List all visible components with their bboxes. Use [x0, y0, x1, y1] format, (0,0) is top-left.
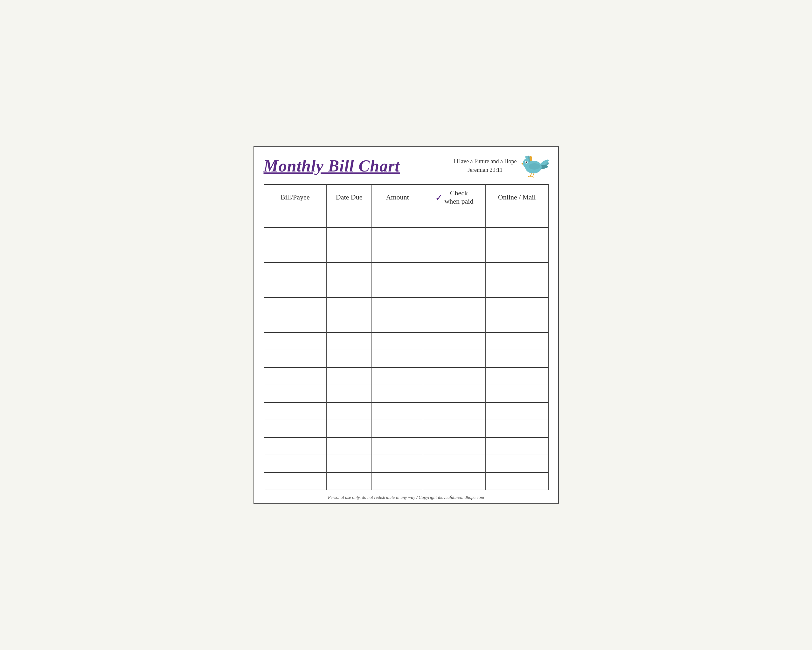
table-row [264, 210, 548, 228]
svg-line-12 [530, 173, 532, 176]
col-header-online: Online / Mail [486, 185, 548, 210]
table-cell [264, 315, 327, 332]
table-cell [423, 332, 486, 350]
bird-icon [520, 153, 549, 179]
table-cell [372, 228, 423, 245]
table-cell [264, 263, 327, 280]
bill-chart-table: Bill/Payee Date Due Amount ✓ Check w [264, 184, 549, 490]
table-cell [264, 332, 327, 350]
table-cell [423, 315, 486, 332]
table-cell [326, 385, 372, 402]
table-cell [372, 245, 423, 263]
table-row [264, 280, 548, 297]
table-cell [372, 315, 423, 332]
table-cell [326, 332, 372, 350]
col-header-bill: Bill/Payee [264, 185, 327, 210]
table-cell [326, 455, 372, 473]
svg-line-17 [533, 176, 533, 177]
table-cell [486, 385, 548, 402]
table-cell [372, 263, 423, 280]
table-cell [423, 280, 486, 297]
table-row [264, 402, 548, 420]
table-row [264, 315, 548, 332]
table-cell [423, 385, 486, 402]
header: Monthly Bill Chart I Have a Future and a… [264, 153, 549, 179]
table-cell [264, 473, 327, 490]
table-row [264, 473, 548, 490]
table-cell [264, 437, 327, 455]
table-cell [264, 245, 327, 263]
table-cell [264, 350, 327, 367]
table-cell [423, 263, 486, 280]
footer-text: Personal use only, do not redistribute i… [264, 493, 549, 500]
col-header-check: ✓ Check when paid [423, 185, 486, 210]
table-cell [486, 437, 548, 455]
svg-line-13 [533, 173, 534, 176]
table-cell [326, 245, 372, 263]
table-cell [486, 473, 548, 490]
table-cell [326, 350, 372, 367]
table-cell [486, 332, 548, 350]
table-row [264, 437, 548, 455]
table-cell [372, 437, 423, 455]
table-cell [486, 297, 548, 315]
table-row [264, 367, 548, 385]
table-cell [372, 455, 423, 473]
table-row [264, 332, 548, 350]
table-cell [326, 420, 372, 437]
table-cell [326, 315, 372, 332]
table-cell [326, 228, 372, 245]
table-row [264, 297, 548, 315]
table-cell [486, 402, 548, 420]
table-cell [423, 367, 486, 385]
table-cell [486, 263, 548, 280]
table-cell [326, 263, 372, 280]
table-cell [326, 297, 372, 315]
table-cell [326, 210, 372, 228]
table-cell [264, 297, 327, 315]
table-cell [423, 455, 486, 473]
page-container: Monthly Bill Chart I Have a Future and a… [253, 146, 559, 504]
table-row [264, 228, 548, 245]
table-cell [486, 420, 548, 437]
table-cell [486, 210, 548, 228]
table-cell [264, 385, 327, 402]
table-cell [372, 402, 423, 420]
table-cell [372, 420, 423, 437]
table-row [264, 245, 548, 263]
table-row [264, 263, 548, 280]
table-cell [372, 332, 423, 350]
header-right: I Have a Future and a Hope Jeremiah 29:1… [453, 153, 549, 179]
table-cell [264, 280, 327, 297]
table-cell [486, 350, 548, 367]
table-cell [423, 210, 486, 228]
table-cell [326, 402, 372, 420]
table-cell [423, 245, 486, 263]
table-cell [264, 420, 327, 437]
table-cell [372, 385, 423, 402]
table-cell [372, 297, 423, 315]
svg-line-16 [531, 176, 533, 177]
svg-marker-7 [521, 163, 523, 165]
table-cell [372, 350, 423, 367]
svg-point-8 [529, 163, 540, 170]
table-cell [326, 280, 372, 297]
svg-line-15 [530, 176, 531, 177]
table-cell [326, 367, 372, 385]
svg-point-6 [525, 162, 527, 163]
table-cell [423, 402, 486, 420]
table-row [264, 455, 548, 473]
table-cell [423, 228, 486, 245]
table-cell [486, 315, 548, 332]
scripture-text: I Have a Future and a Hope Jeremiah 29:1… [453, 157, 517, 174]
table-row [264, 350, 548, 367]
table-cell [423, 437, 486, 455]
table-cell [423, 420, 486, 437]
page-title: Monthly Bill Chart [264, 156, 400, 175]
table-cell [326, 473, 372, 490]
table-cell [486, 280, 548, 297]
table-cell [423, 350, 486, 367]
table-cell [264, 228, 327, 245]
table-cell [423, 297, 486, 315]
checkmark-icon: ✓ [435, 192, 443, 203]
